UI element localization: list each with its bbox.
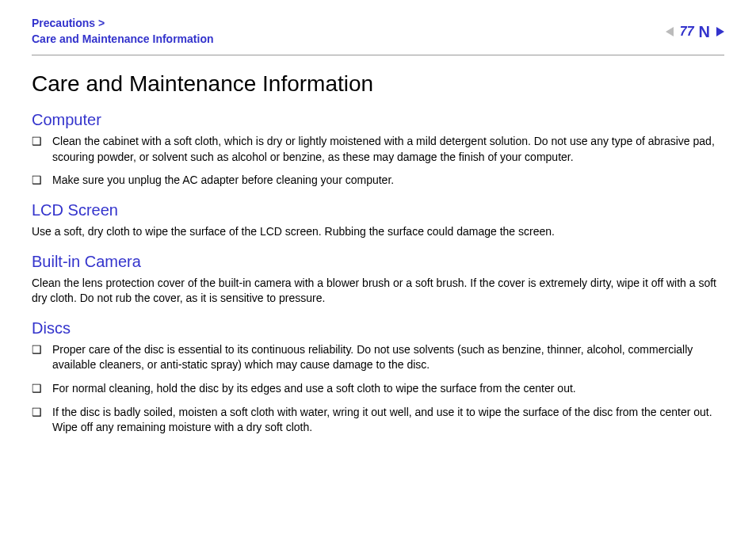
prev-page-icon[interactable] — [666, 27, 674, 36]
section-heading-discs: Discs — [32, 319, 724, 338]
page-nav: 77 N — [666, 24, 724, 40]
list-item-text: Proper care of the disc is essential to … — [52, 342, 724, 373]
bullet-icon: ❑ — [32, 173, 52, 189]
page-title: Care and Maintenance Information — [32, 71, 724, 97]
page-header: Precautions > Care and Maintenance Infor… — [0, 0, 756, 55]
content: Care and Maintenance Information Compute… — [0, 71, 756, 436]
breadcrumb-parent: Precautions > — [32, 16, 213, 32]
header-divider — [32, 55, 724, 55]
bullet-icon: ❑ — [32, 342, 52, 358]
section-heading-camera: Built-in Camera — [32, 253, 724, 271]
bullet-icon: ❑ — [32, 381, 52, 397]
list-item-text: Clean the cabinet with a soft cloth, whi… — [52, 134, 724, 165]
bullet-icon: ❑ — [32, 134, 52, 150]
computer-list: ❑ Clean the cabinet with a soft cloth, w… — [32, 134, 724, 189]
breadcrumb: Precautions > Care and Maintenance Infor… — [32, 16, 213, 47]
next-page-letter: N — [699, 24, 710, 40]
page-number: 77 — [680, 25, 694, 39]
bullet-icon: ❑ — [32, 405, 52, 421]
list-item-text: For normal cleaning, hold the disc by it… — [52, 381, 724, 397]
lcd-text: Use a soft, dry cloth to wipe the surfac… — [32, 224, 724, 240]
breadcrumb-current: Care and Maintenance Information — [32, 32, 213, 48]
list-item: ❑ If the disc is badly soiled, moisten a… — [32, 405, 724, 436]
list-item: ❑ Proper care of the disc is essential t… — [32, 342, 724, 373]
list-item: ❑ Make sure you unplug the AC adapter be… — [32, 173, 724, 189]
discs-list: ❑ Proper care of the disc is essential t… — [32, 342, 724, 436]
list-item: ❑ For normal cleaning, hold the disc by … — [32, 381, 724, 397]
section-heading-computer: Computer — [32, 111, 724, 129]
camera-text: Clean the lens protection cover of the b… — [32, 276, 724, 307]
list-item: ❑ Clean the cabinet with a soft cloth, w… — [32, 134, 724, 165]
list-item-text: Make sure you unplug the AC adapter befo… — [52, 173, 724, 189]
next-page-icon[interactable] — [716, 27, 724, 36]
section-heading-lcd: LCD Screen — [32, 201, 724, 219]
list-item-text: If the disc is badly soiled, moisten a s… — [52, 405, 724, 436]
